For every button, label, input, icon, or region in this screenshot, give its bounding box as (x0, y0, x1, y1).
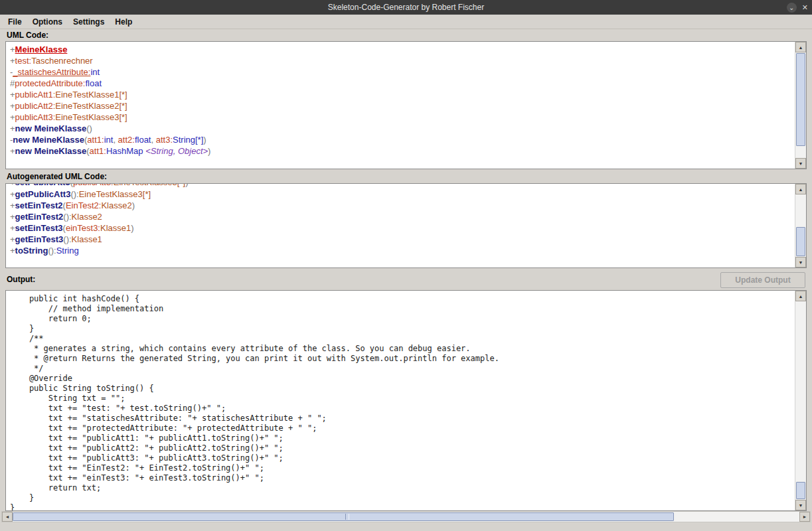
code-segment: setEinTest3 (15, 223, 63, 233)
menu-item-settings[interactable]: Settings (68, 16, 110, 28)
code-line: -_statischesAttribute:int (10, 66, 795, 78)
code-line: txt += "EinTest2: "+ EinTest2.toString()… (10, 463, 795, 473)
code-line: +new MeineKlasse(att1:HashMap <String, O… (10, 145, 795, 157)
scroll-up-icon[interactable]: ▲ (795, 291, 806, 301)
code-segment: + (10, 189, 15, 199)
output-editor[interactable]: public int hashCode() { // method implem… (5, 290, 807, 511)
scroll-down-icon[interactable]: ▼ (795, 500, 806, 510)
code-line: txt += "publicAtt1: "+ publicAtt1.toStri… (10, 433, 795, 443)
code-segment: getEinTest2 (15, 212, 64, 222)
horizontal-scrollbar[interactable]: ◄ ► (1, 511, 811, 522)
code-segment: publicAtt3: (73, 184, 114, 187)
code-segment: ) (185, 184, 188, 187)
scroll-right-icon[interactable]: ► (799, 512, 810, 522)
code-segment: att2: (118, 135, 135, 145)
code-segment: att1: (90, 146, 106, 156)
uml-scroll-thumb[interactable] (796, 53, 805, 146)
code-segment: + (10, 44, 15, 54)
code-segment: EineTestKlasse3[*] (114, 184, 185, 187)
uml-vertical-scrollbar[interactable]: ▲ ▼ (795, 42, 806, 169)
code-line: } (10, 324, 795, 334)
scroll-down-icon[interactable]: ▼ (795, 158, 806, 169)
code-segment: publicAtt1: (15, 90, 56, 100)
code-segment: Klasse2 (101, 200, 131, 210)
code-line: -new MeineKlasse(att1:int, att2:float, a… (10, 134, 795, 145)
menu-item-options[interactable]: Options (27, 16, 68, 28)
code-line: txt += "statischesAttribute: "+ statisch… (10, 414, 795, 423)
titlebar: Skeleton-Code-Generator by Robert Fische… (0, 0, 812, 15)
auto-uml-scroll-thumb[interactable] (796, 227, 805, 256)
menu-item-file[interactable]: File (3, 16, 27, 28)
menubar: FileOptionsSettingsHelp (0, 15, 812, 29)
code-segment: Klasse2 (72, 212, 102, 222)
menu-item-help[interactable]: Help (110, 16, 137, 28)
code-line: +getEinTest2():Klasse2 (10, 211, 795, 222)
titlebar-buttons: ⌄ ✕ (787, 0, 808, 15)
scroll-up-icon[interactable]: ▲ (795, 42, 806, 52)
code-line: txt += "protectedAttribute: "+ protected… (10, 423, 795, 433)
output-vertical-scrollbar[interactable]: ▲ ▼ (795, 291, 806, 510)
code-segment: toString (15, 246, 48, 256)
code-segment: EineTestKlasse3[*] (79, 189, 151, 199)
code-segment: + (10, 112, 15, 122)
code-segment: + (10, 56, 15, 66)
code-segment: new MeineKlasse (15, 123, 87, 133)
code-line: return 0; (10, 314, 795, 324)
code-line: /** (10, 334, 795, 344)
code-segment: new MeineKlasse (15, 146, 87, 156)
code-segment: int (90, 67, 100, 77)
code-segment: EineTestKlasse2[*] (55, 101, 127, 111)
horizontal-scroll-thumb[interactable] (13, 512, 674, 521)
code-segment: Klasse1 (72, 234, 102, 244)
code-line: +getEinTest3():Klasse1 (10, 234, 795, 245)
auto-uml-editor[interactable]: +setPublicAtt3(publicAtt3:EineTestKlasse… (5, 183, 807, 268)
close-icon[interactable]: ✕ (802, 3, 808, 13)
code-line: } (10, 503, 795, 510)
code-segment: + (10, 223, 15, 233)
code-segment: + (10, 184, 15, 187)
code-segment: att1: (87, 135, 104, 145)
code-segment: (): (70, 189, 78, 199)
code-line: +toString():String (10, 245, 795, 256)
code-segment: + (10, 200, 15, 210)
scroll-left-icon[interactable]: ◄ (2, 512, 13, 522)
update-output-button[interactable]: Update Output (720, 272, 805, 288)
code-line: +publicAtt1:EineTestKlasse1[*] (10, 89, 795, 100)
code-segment: _statischesAttribute: (13, 67, 90, 77)
code-segment: , (151, 135, 155, 145)
code-segment: , (113, 135, 118, 145)
code-segment: + (10, 101, 15, 111)
scroll-down-icon[interactable]: ▼ (795, 257, 806, 267)
code-line: * generates a string, which contains eve… (10, 344, 795, 354)
code-line: +setPublicAtt3(publicAtt3:EineTestKlasse… (10, 184, 795, 188)
code-segment: HashMap (106, 146, 145, 156)
code-segment: (): (63, 212, 71, 222)
code-line: * @return Returns the generated String, … (10, 354, 795, 364)
code-line: txt += "test: "+ test.toString()+" "; (10, 404, 795, 414)
uml-code-editor[interactable]: +MeineKlasse+test:Taschenrechner-_statis… (5, 41, 807, 169)
code-segment: (): (63, 234, 71, 244)
code-segment: + (10, 146, 15, 156)
code-segment: ) (132, 200, 135, 210)
output-label: Output: (7, 275, 35, 284)
code-segment: EinTest2: (66, 200, 101, 210)
code-segment: getPublicAtt3 (15, 189, 71, 199)
code-segment: test: (15, 56, 32, 66)
auto-uml-content: +setPublicAtt3(publicAtt3:EineTestKlasse… (6, 184, 795, 267)
code-segment: Klasse1 (100, 223, 131, 233)
code-segment: () (86, 123, 92, 133)
code-segment: setEinTest2 (15, 200, 63, 210)
code-segment: getEinTest3 (15, 234, 64, 244)
window-menu-icon[interactable]: ⌄ (787, 3, 797, 13)
code-line: +setEinTest2(EinTest2:Klasse2) (10, 200, 795, 211)
scroll-up-icon[interactable]: ▲ (795, 184, 806, 194)
code-line: txt += "publicAtt3: "+ publicAtt3.toStri… (10, 453, 795, 463)
code-line: +new MeineKlasse() (10, 123, 795, 134)
code-segment: float (135, 135, 151, 145)
code-segment: MeineKlasse (15, 44, 68, 54)
code-line: +publicAtt2:EineTestKlasse2[*] (10, 100, 795, 112)
output-scroll-thumb[interactable] (796, 482, 805, 499)
code-segment: + (10, 212, 15, 222)
uml-code-label: UML Code: (7, 31, 48, 40)
auto-uml-vertical-scrollbar[interactable]: ▲ ▼ (795, 184, 806, 267)
